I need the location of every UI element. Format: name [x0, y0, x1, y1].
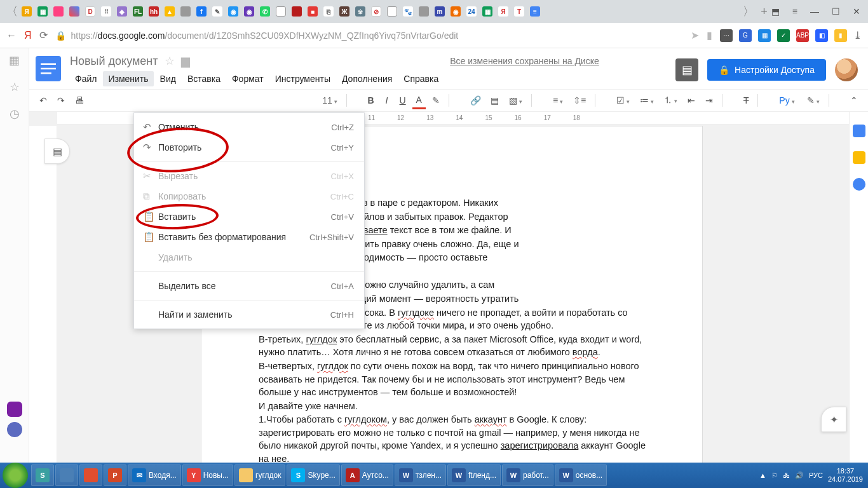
- tab-fav[interactable]: [419, 6, 429, 17]
- tab-fav[interactable]: Я: [498, 6, 508, 17]
- menu-изменить[interactable]: Изменить: [103, 71, 153, 86]
- print-icon[interactable]: 🖶: [71, 93, 88, 108]
- editing-mode-icon[interactable]: ✎: [803, 93, 824, 108]
- tab-fav[interactable]: Ж: [339, 6, 349, 17]
- sidebar-app-icon[interactable]: [7, 402, 22, 417]
- tabs-next-icon[interactable]: 〉: [740, 4, 757, 19]
- apps-icon[interactable]: ▦: [9, 53, 20, 67]
- bulleted-list-icon[interactable]: ≔: [636, 93, 658, 108]
- bold-icon[interactable]: B: [364, 93, 378, 108]
- save-status[interactable]: Все изменения сохранены на Диске: [450, 53, 599, 66]
- new-tab-icon[interactable]: +: [758, 5, 770, 18]
- menu-item-вставить-без-форматирования[interactable]: 📋Вставить без форматированияCtrl+Shift+V: [134, 227, 364, 247]
- tab-fav[interactable]: ▭: [276, 6, 286, 17]
- tab-fav[interactable]: ◉: [451, 6, 461, 17]
- tab-fav[interactable]: Я: [22, 6, 32, 17]
- share-button[interactable]: 🔒 Настройки Доступа: [707, 59, 826, 81]
- align-icon[interactable]: ≡: [549, 93, 567, 108]
- taskbar-item[interactable]: SSkype...: [287, 464, 339, 486]
- docs-logo-icon[interactable]: [36, 56, 61, 81]
- taskbar-item[interactable]: Wftленд...: [447, 464, 501, 486]
- menu-item-отменить[interactable]: ↶ОтменитьCtrl+Z: [134, 117, 364, 137]
- tab-fav[interactable]: 🐾: [403, 6, 413, 17]
- menu-формат[interactable]: Формат: [227, 71, 269, 86]
- ext-icon[interactable]: ▮: [834, 29, 847, 42]
- tab-fav[interactable]: f: [196, 6, 207, 17]
- ext-icon[interactable]: ⋯: [720, 29, 733, 42]
- tab-fav[interactable]: ✆: [260, 6, 270, 17]
- menu-вид[interactable]: Вид: [155, 71, 181, 86]
- italic-icon[interactable]: I: [381, 93, 393, 108]
- tab-fav[interactable]: ▦: [482, 6, 492, 17]
- tab-fav[interactable]: ■: [308, 6, 318, 17]
- tab-fav[interactable]: [292, 6, 302, 17]
- tab-fav[interactable]: ◉: [228, 6, 238, 17]
- comment-icon[interactable]: ▤: [487, 93, 503, 108]
- tab-fav[interactable]: m: [435, 6, 445, 17]
- ext-icon[interactable]: ◧: [815, 29, 828, 42]
- menu-item-повторить[interactable]: ↷ПовторитьCtrl+Y: [134, 137, 364, 158]
- redo-icon[interactable]: ↷: [53, 93, 69, 108]
- tab-fav[interactable]: Т: [514, 6, 524, 17]
- tab-fav[interactable]: hh: [149, 6, 159, 17]
- taskbar-item[interactable]: ✉Входя...: [128, 464, 181, 486]
- menu-item-найти-и-заменить[interactable]: Найти и заменитьCtrl+H: [134, 304, 364, 325]
- tab-fav[interactable]: ▦: [37, 6, 48, 17]
- maximize-icon[interactable]: ☐: [832, 6, 840, 17]
- start-button[interactable]: [3, 463, 28, 488]
- alice-icon[interactable]: [7, 422, 22, 437]
- tab-fav[interactable]: ✎: [212, 6, 222, 17]
- menu-справка[interactable]: Справка: [398, 71, 444, 86]
- indent-less-icon[interactable]: ⇤: [684, 93, 699, 108]
- menu-вставка[interactable]: Вставка: [182, 71, 226, 86]
- close-icon[interactable]: ✕: [853, 6, 860, 17]
- star-icon[interactable]: ☆: [10, 80, 20, 94]
- tray-up-icon[interactable]: ▲: [759, 471, 766, 479]
- folder-icon[interactable]: ▆: [181, 54, 190, 68]
- ext-icon[interactable]: G: [739, 29, 752, 42]
- clear-format-icon[interactable]: T: [740, 93, 752, 108]
- tab-fav[interactable]: [53, 6, 64, 17]
- underline-icon[interactable]: U: [396, 93, 410, 108]
- taskbar-item[interactable]: Wтзлен...: [395, 464, 446, 486]
- comments-icon[interactable]: ▤: [675, 58, 698, 81]
- reload-icon[interactable]: ⟳: [39, 29, 48, 41]
- taskbar-item[interactable]: [55, 464, 78, 486]
- keep-icon[interactable]: [853, 151, 865, 164]
- tray-lang[interactable]: РУС: [809, 471, 823, 479]
- taskbar-item[interactable]: [79, 464, 102, 486]
- line-spacing-icon[interactable]: ⇳≡: [569, 93, 590, 108]
- pin-icon[interactable]: ⬒: [771, 6, 780, 17]
- text-color-icon[interactable]: A: [412, 92, 426, 109]
- checklist-icon[interactable]: ☑: [613, 93, 634, 108]
- expand-icon[interactable]: ⌃: [846, 93, 862, 108]
- tab-fav[interactable]: ▲: [165, 6, 175, 17]
- taskbar-item[interactable]: P: [104, 464, 126, 486]
- tab-fav[interactable]: D: [85, 6, 95, 17]
- history-icon[interactable]: ◷: [10, 107, 20, 121]
- tab-fav[interactable]: ◉: [244, 6, 254, 17]
- taskbar-item[interactable]: Wоснов...: [555, 464, 607, 486]
- minimize-icon[interactable]: —: [810, 6, 819, 17]
- tab-fav[interactable]: ※: [355, 6, 365, 17]
- yandex-icon[interactable]: Я: [24, 30, 32, 41]
- menu-item-вставить[interactable]: 📋ВставитьCtrl+V: [134, 207, 364, 227]
- tab-fav[interactable]: FL: [133, 6, 143, 17]
- menu-файл[interactable]: Файл: [70, 71, 102, 86]
- downloads-icon[interactable]: ⤓: [853, 29, 862, 41]
- taskbar-item[interactable]: YНовы...: [182, 464, 233, 486]
- taskbar-item[interactable]: гуглдок: [234, 464, 285, 486]
- ext-icon[interactable]: ABP: [796, 29, 809, 42]
- calendar-icon[interactable]: [853, 125, 865, 137]
- url-field[interactable]: 🔒 https://docs.google.com/document/d/1Z0…: [55, 30, 683, 41]
- highlight-icon[interactable]: ✎: [428, 93, 444, 108]
- taskbar-item[interactable]: Wработ...: [502, 464, 553, 486]
- tab-fav[interactable]: 24: [466, 6, 477, 17]
- tray-network-icon[interactable]: 🖧: [783, 471, 790, 479]
- taskbar-item[interactable]: AАутсо...: [341, 464, 393, 486]
- doc-title[interactable]: Новый документ: [70, 55, 158, 68]
- image-icon[interactable]: ▧: [505, 93, 526, 108]
- link-icon[interactable]: 🔗: [466, 93, 485, 108]
- menu-инструменты[interactable]: Инструменты: [270, 71, 336, 86]
- outline-toggle-icon[interactable]: ▤: [44, 139, 70, 164]
